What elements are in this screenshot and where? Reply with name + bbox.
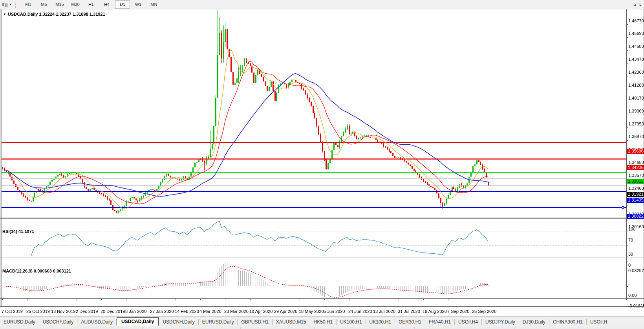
chart-title: ▼USDCAD,Daily 1.32224 1.32237 1.31898 1.… bbox=[3, 12, 105, 16]
price-tick-label: 1.33570 bbox=[628, 173, 644, 178]
price-tick-label: 1.34650 bbox=[628, 160, 644, 165]
macd-tick-label: 0.00 bbox=[628, 293, 637, 298]
tab-scroll-arrows[interactable]: ◄ ► bbox=[632, 3, 643, 7]
chart-canvas[interactable] bbox=[0, 0, 644, 316]
rsi-indicator-label: RSI(14) 41.1071 bbox=[2, 229, 34, 234]
price-tick-label: 1.39060 bbox=[628, 109, 644, 113]
price-tick-label: 1.41280 bbox=[628, 83, 644, 87]
date-tick-label: 8 Jan 2020 bbox=[125, 309, 146, 314]
level-price-badge: 1.35606 bbox=[627, 149, 644, 154]
chart-tab-usdchf-daily[interactable]: USDCHF,Daily bbox=[39, 318, 77, 326]
chart-tab-gbpusd-h1[interactable]: GBPUSD,H1 bbox=[238, 318, 272, 326]
status-cell-separator bbox=[514, 327, 515, 329]
chart-tab-usdcnh-daily[interactable]: USDCNH,Daily bbox=[159, 318, 198, 326]
price-tick-label: 1.44580 bbox=[628, 44, 644, 49]
timeframe-button-h4[interactable]: H4 bbox=[99, 0, 114, 9]
date-tick-label: 23 Mar 2020 bbox=[224, 309, 249, 314]
price-tick-label: 1.42360 bbox=[628, 70, 644, 75]
timeframe-button-m5[interactable]: M5 bbox=[37, 0, 51, 9]
status-cell-separator bbox=[314, 327, 315, 329]
level-price-badge: 1.34206 bbox=[627, 165, 644, 170]
timeframe-button-w1[interactable]: W1 bbox=[131, 0, 146, 9]
chart-title-text: USDCAD,Daily 1.32224 1.32237 1.31898 1.3… bbox=[8, 12, 105, 16]
price-tick-label: 1.36870 bbox=[628, 134, 644, 139]
macd-tick-label: 0.032972 bbox=[628, 268, 644, 273]
chart-tab-fra40-h1[interactable]: FRA40,H1 bbox=[425, 318, 454, 326]
rsi-tick-label: 0 bbox=[628, 263, 631, 267]
chart-tab-bar: EURUSD,DailyUSDCHF,DailyAUDUSD,DailyUSDC… bbox=[0, 316, 644, 327]
status-strip bbox=[0, 327, 644, 329]
rsi-tick-label: 70 bbox=[628, 238, 633, 242]
rsi-tick-label: 30 bbox=[628, 252, 633, 256]
date-tick-label: 27 Jan 2020 bbox=[150, 309, 174, 314]
toolbar-separator bbox=[164, 2, 164, 8]
status-cell-separator bbox=[414, 327, 415, 329]
mt4-window: ▼ M1M5M15M30H1H4D1W1MN ▼USDCAD,Daily 1.3… bbox=[0, 0, 644, 329]
rsi-tick-label: 100 bbox=[628, 227, 635, 231]
date-tick-label: 7 Sep 2020 bbox=[447, 309, 469, 314]
chart-tab-usoil-h4[interactable]: USOil,H4 bbox=[455, 318, 481, 326]
date-tick-label: 20 Dec 2019 bbox=[101, 309, 125, 314]
timeframe-button-h1[interactable]: H1 bbox=[84, 0, 99, 9]
chart-tab-uk100-h1[interactable]: UK100,H1 bbox=[337, 318, 365, 326]
chart-tab-hk50-h1[interactable]: HK50,H1 bbox=[310, 318, 337, 326]
level-price-badge: 1.31405 bbox=[627, 198, 644, 203]
chart-tab-china300-h1[interactable]: CHINA300,H1 bbox=[549, 318, 586, 326]
date-tick-label: 18 May 2020 bbox=[299, 309, 324, 314]
date-tick-label: 4 Mar 2020 bbox=[199, 309, 221, 314]
date-tick-label: 31 Jul 2020 bbox=[398, 309, 420, 314]
price-tick-label: 1.37950 bbox=[628, 122, 644, 126]
chart-tab-eurusd-daily[interactable]: EURUSD,Daily bbox=[0, 318, 39, 326]
chart-tab-eurusd-daily[interactable]: EURUSD,Daily bbox=[199, 318, 238, 326]
status-cell-separator bbox=[142, 327, 143, 329]
toolbar-grip[interactable] bbox=[15, 2, 18, 8]
status-cell-separator bbox=[240, 327, 241, 329]
chart-type-dropdown-icon[interactable]: ▼ bbox=[9, 3, 12, 6]
chart-tab-xauusd-m15[interactable]: XAUUSD,M15 bbox=[273, 318, 310, 326]
chart-tab-usdjpy-daily[interactable]: USDJPY,Daily bbox=[482, 318, 519, 326]
date-tick-label: 25 Oct 2019 bbox=[26, 309, 50, 314]
date-tick-label: 7 Oct 2019 bbox=[2, 309, 23, 314]
level-price-badge: 1.30022 bbox=[627, 214, 644, 219]
date-tick-label: 13 Nov 2019 bbox=[51, 309, 75, 314]
level-price-badge: 1.33011 bbox=[627, 179, 644, 184]
date-tick-label: 29 Apr 2020 bbox=[274, 309, 297, 314]
macd-tick-label: -0.018154 bbox=[628, 304, 644, 308]
chart-tab-dj30-daily[interactable]: DJ30,Daily bbox=[519, 318, 549, 326]
chart-tab-audusd-daily[interactable]: AUDUSD,Daily bbox=[77, 318, 116, 326]
timeframe-button-m15[interactable]: M15 bbox=[52, 0, 67, 9]
date-tick-label: 14 Feb 2020 bbox=[175, 309, 199, 314]
timeframe-button-m1[interactable]: M1 bbox=[21, 0, 36, 9]
current-price-badge: 1.31921 bbox=[627, 192, 644, 197]
price-tick-label: 1.45690 bbox=[628, 31, 644, 36]
chart-tab-usdcad-daily[interactable]: USDCAD,Daily bbox=[117, 317, 159, 326]
date-tick-label: 19 Aug 2020 bbox=[423, 309, 447, 314]
chart-title-dropdown-icon[interactable]: ▼ bbox=[3, 13, 6, 16]
timeframe-button-mn[interactable]: MN bbox=[146, 0, 161, 9]
macd-indicator-label: MACD(12,26,9) 0.000603 0.003121 bbox=[2, 269, 71, 273]
chart-tab-uk100-h1[interactable]: UK100,H1 bbox=[366, 318, 395, 326]
timeframe-buttons: M1M5M15M30H1H4D1W1MN bbox=[20, 0, 162, 9]
date-tick-label: 25 Sep 2020 bbox=[472, 309, 496, 314]
date-tick-label: 5 Jun 2020 bbox=[324, 309, 345, 314]
price-tick-label: 1.46770 bbox=[628, 18, 644, 23]
price-tick-label: 1.43470 bbox=[628, 57, 644, 62]
price-tick-label: 1.40170 bbox=[628, 96, 644, 100]
price-tick-label: 1.32460 bbox=[628, 186, 644, 191]
timeframe-toolbar: ▼ M1M5M15M30H1H4D1W1MN bbox=[0, 0, 644, 9]
chart-tab-usoil-h[interactable]: USOil,H bbox=[587, 318, 611, 326]
date-tick-label: 2 Dec 2019 bbox=[76, 309, 98, 314]
date-tick-label: 10 Apr 2020 bbox=[249, 309, 273, 314]
chart-tab-ger30-h1[interactable]: GER30,H1 bbox=[395, 318, 425, 326]
date-tick-label: 13 Jul 2020 bbox=[373, 309, 395, 314]
chart-type-icon[interactable] bbox=[1, 1, 9, 8]
date-tick-label: 24 Jun 2020 bbox=[348, 309, 372, 314]
timeframe-button-d1[interactable]: D1 bbox=[115, 0, 130, 9]
timeframe-button-m30[interactable]: M30 bbox=[68, 0, 83, 9]
